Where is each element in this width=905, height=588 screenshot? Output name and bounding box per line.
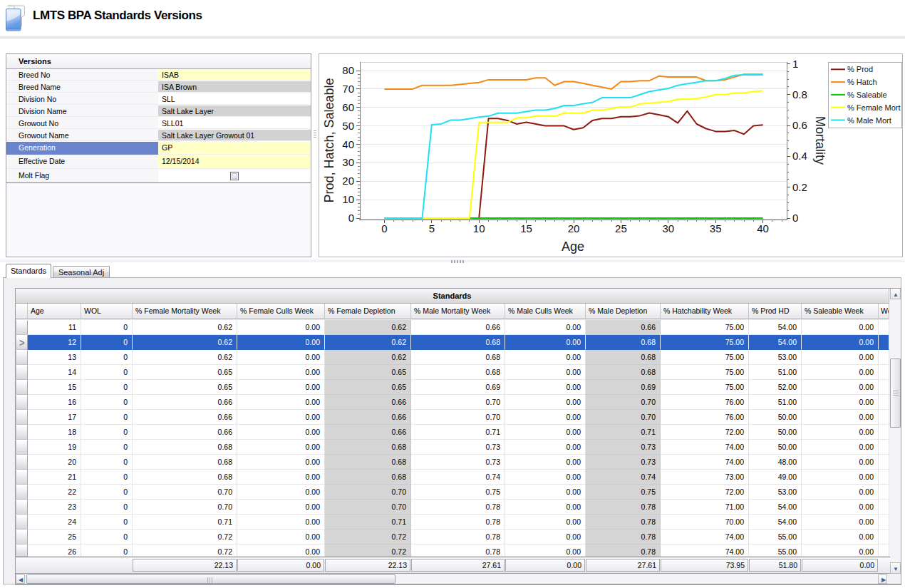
svg-text:30: 30 <box>662 222 674 234</box>
svg-text:5: 5 <box>429 222 435 234</box>
svg-text:80: 80 <box>342 64 354 76</box>
svg-text:Age: Age <box>562 239 584 254</box>
svg-text:35: 35 <box>710 222 722 234</box>
svg-text:0.6: 0.6 <box>792 119 807 131</box>
svg-text:40: 40 <box>757 222 769 234</box>
svg-text:0: 0 <box>381 222 387 234</box>
svg-text:% Hatch: % Hatch <box>847 78 877 86</box>
svg-text:25: 25 <box>615 222 627 234</box>
svg-text:60: 60 <box>342 101 354 113</box>
svg-text:% Saleable: % Saleable <box>847 91 887 99</box>
svg-text:0.2: 0.2 <box>792 181 807 193</box>
svg-text:1: 1 <box>792 58 798 70</box>
svg-text:% Male Mort: % Male Mort <box>847 116 891 125</box>
svg-text:20: 20 <box>342 175 354 187</box>
svg-text:0: 0 <box>792 212 798 224</box>
svg-text:% Prod: % Prod <box>847 65 873 73</box>
svg-text:0.4: 0.4 <box>792 150 807 162</box>
svg-text:10: 10 <box>473 222 485 234</box>
svg-text:Mortality: Mortality <box>813 116 827 165</box>
svg-text:% Female Mort: % Female Mort <box>847 103 901 112</box>
svg-text:10: 10 <box>342 193 354 205</box>
svg-text:0: 0 <box>348 212 354 224</box>
svg-text:30: 30 <box>342 156 354 168</box>
svg-text:0.8: 0.8 <box>792 88 807 100</box>
svg-text:50: 50 <box>342 120 354 132</box>
svg-text:15: 15 <box>520 222 532 234</box>
svg-text:70: 70 <box>342 83 354 95</box>
svg-text:40: 40 <box>342 138 354 150</box>
svg-text:Prod, Hatch, Saleable: Prod, Hatch, Saleable <box>322 78 336 202</box>
svg-text:20: 20 <box>568 222 580 234</box>
